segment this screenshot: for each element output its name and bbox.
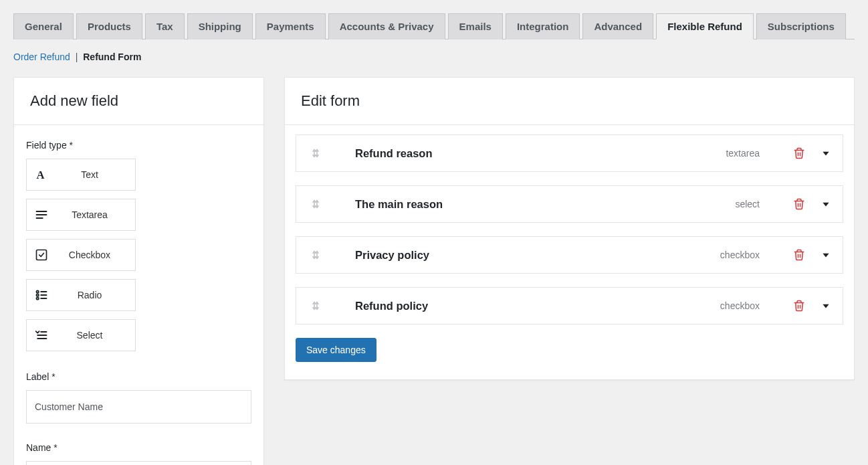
subnav-separator: | (76, 52, 78, 62)
sidebar-title: Add new field (14, 78, 263, 125)
tab-flexible-refund[interactable]: Flexible Refund (656, 13, 754, 39)
field-type-checkbox-label: Checkbox (56, 250, 135, 260)
name-label: Name * (26, 442, 251, 453)
field-title: Refund reason (326, 147, 726, 160)
textarea-icon (27, 208, 56, 221)
radio-icon (27, 288, 56, 302)
name-input[interactable] (26, 461, 251, 465)
svg-point-7 (37, 294, 39, 296)
select-icon (27, 329, 56, 342)
field-type-select-label: Select (56, 330, 135, 341)
field-type-textarea-label: Textarea (56, 209, 135, 220)
field-title: Refund policy (326, 300, 720, 312)
expand-field-button[interactable] (821, 250, 831, 260)
delete-field-button[interactable] (793, 147, 805, 159)
tab-emails[interactable]: Emails (448, 13, 503, 39)
field-type-options: A Text Textarea Checkbox (26, 159, 251, 351)
settings-tabs: General Products Tax Shipping Payments A… (13, 13, 855, 39)
drag-handle-icon[interactable] (306, 147, 326, 159)
tab-accounts-privacy[interactable]: Accounts & Privacy (328, 13, 445, 39)
field-type-textarea[interactable]: Textarea (26, 199, 136, 231)
text-icon: A (27, 168, 56, 181)
field-title: Privacy policy (326, 249, 720, 262)
label-input[interactable] (26, 390, 251, 424)
field-type-select[interactable]: Select (26, 319, 136, 351)
form-field-row: Refund reasontextarea (296, 134, 843, 172)
form-field-row: Refund policycheckbox (296, 287, 843, 324)
field-type-label: Field type * (26, 140, 251, 151)
field-type-badge: checkbox (720, 250, 760, 260)
field-type-badge: checkbox (720, 300, 760, 311)
svg-point-9 (37, 297, 39, 299)
tab-subscriptions[interactable]: Subscriptions (756, 13, 846, 39)
sub-navigation: Order Refund | Refund Form (13, 52, 855, 62)
tab-products[interactable]: Products (76, 13, 142, 39)
tab-payments[interactable]: Payments (255, 13, 326, 39)
drag-handle-icon[interactable] (306, 249, 326, 261)
tab-tax[interactable]: Tax (145, 13, 185, 39)
field-type-radio-label: Radio (56, 290, 135, 300)
svg-rect-4 (37, 250, 47, 260)
svg-text:A: A (37, 169, 45, 181)
field-type-text-label: Text (56, 169, 135, 180)
tab-integration[interactable]: Integration (506, 13, 580, 39)
tab-general[interactable]: General (13, 13, 74, 39)
subnav-refund-form: Refund Form (83, 52, 141, 62)
field-type-checkbox[interactable]: Checkbox (26, 239, 136, 271)
form-field-row: Privacy policycheckbox (296, 236, 843, 274)
drag-handle-icon[interactable] (306, 198, 326, 210)
tab-shipping[interactable]: Shipping (187, 13, 253, 39)
field-type-badge: textarea (726, 148, 760, 159)
svg-marker-25 (823, 304, 829, 308)
expand-field-button[interactable] (821, 301, 831, 310)
add-new-field-panel: Add new field Field type * A Text Text (13, 77, 264, 465)
delete-field-button[interactable] (793, 198, 805, 210)
svg-marker-16 (823, 152, 829, 156)
field-title: The main reason (326, 198, 735, 211)
save-changes-button[interactable]: Save changes (296, 338, 376, 362)
checkbox-icon (27, 248, 56, 262)
field-type-text[interactable]: A Text (26, 159, 136, 191)
drag-handle-icon[interactable] (306, 300, 326, 312)
subnav-order-refund[interactable]: Order Refund (13, 52, 70, 62)
tab-advanced[interactable]: Advanced (582, 13, 653, 39)
label-label: Label * (26, 371, 251, 382)
svg-marker-22 (823, 254, 829, 258)
delete-field-button[interactable] (793, 249, 805, 261)
field-type-radio[interactable]: Radio (26, 279, 136, 311)
expand-field-button[interactable] (821, 199, 831, 209)
svg-marker-19 (823, 203, 829, 207)
expand-field-button[interactable] (821, 149, 831, 158)
edit-form-panel: Edit form Refund reasontextareaThe main … (284, 77, 855, 380)
main-title: Edit form (285, 78, 854, 125)
form-field-row: The main reasonselect (296, 185, 843, 223)
delete-field-button[interactable] (793, 300, 805, 312)
field-type-badge: select (735, 199, 760, 209)
svg-point-5 (37, 290, 39, 292)
